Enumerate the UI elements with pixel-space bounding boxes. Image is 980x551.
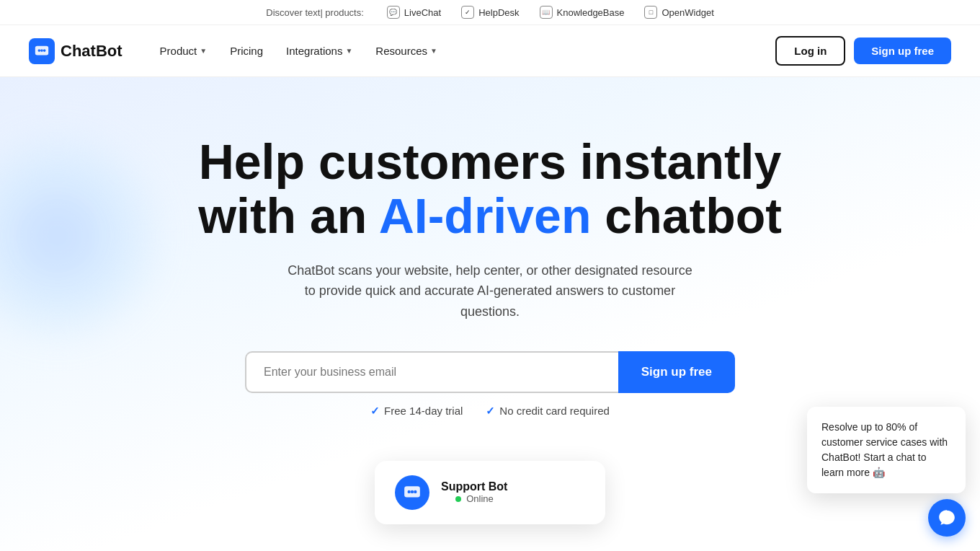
openwidget-icon: □	[644, 6, 657, 19]
chat-popup-message: Resolve up to 80% of customer service ca…	[821, 421, 948, 478]
svg-point-6	[411, 490, 414, 493]
hero-title: Help customers instantly with an AI-driv…	[180, 135, 800, 243]
nav-product-label: Product	[160, 45, 197, 57]
hero-check-no-cc: ✓ No credit card required	[486, 405, 610, 418]
svg-point-5	[408, 490, 411, 493]
hero-title-line2-suffix: chatbot	[591, 188, 781, 243]
svg-point-1	[38, 49, 41, 52]
chat-widget-button[interactable]	[928, 499, 966, 537]
support-bot-status-label: Online	[466, 493, 494, 504]
support-bot-info: Support Bot Online	[441, 480, 507, 504]
email-form: Sign up free	[245, 351, 735, 393]
openwidget-label: OpenWidget	[662, 7, 713, 18]
hero-subtitle: ChatBot scans your website, help center,…	[281, 260, 699, 322]
nav-resources-label: Resources	[375, 45, 427, 57]
svg-point-2	[40, 49, 43, 52]
topbar-knowledgebase[interactable]: 📖 KnowledgeBase	[540, 6, 625, 19]
status-dot-icon	[455, 496, 461, 502]
support-bot-card: Support Bot Online	[375, 461, 605, 524]
hero-check-trial: ✓ Free 14-day trial	[370, 405, 463, 418]
signup-hero-button[interactable]: Sign up free	[618, 351, 735, 393]
nav-links: Product ▼ Pricing Integrations ▼ Resourc…	[151, 39, 446, 63]
logo[interactable]: ChatBot	[29, 38, 122, 64]
knowledgebase-label: KnowledgeBase	[557, 7, 625, 18]
hero-check-no-cc-label: No credit card required	[499, 405, 610, 417]
top-bar-products: 💬 LiveChat ✓ HelpDesk 📖 KnowledgeBase □ …	[387, 6, 714, 19]
email-input[interactable]	[245, 351, 618, 393]
main-nav: ChatBot Product ▼ Pricing Integrations ▼…	[0, 25, 980, 77]
check-trial-icon: ✓	[370, 405, 380, 418]
svg-point-7	[414, 490, 416, 493]
discover-label: Discover text| products:	[266, 7, 364, 18]
signup-nav-button[interactable]: Sign up free	[854, 38, 951, 64]
integrations-chevron-icon: ▼	[345, 47, 352, 55]
nav-resources[interactable]: Resources ▼	[367, 39, 446, 63]
topbar-helpdesk[interactable]: ✓ HelpDesk	[461, 6, 519, 19]
logo-text: ChatBot	[61, 42, 122, 61]
nav-pricing[interactable]: Pricing	[221, 39, 272, 63]
hero-title-highlight: AI-driven	[379, 188, 592, 243]
hero-check-trial-label: Free 14-day trial	[384, 405, 463, 417]
knowledgebase-icon: 📖	[540, 6, 553, 19]
support-bot-name: Support Bot	[441, 480, 507, 493]
nav-integrations[interactable]: Integrations ▼	[277, 39, 361, 63]
chat-popup: Resolve up to 80% of customer service ca…	[807, 407, 966, 493]
nav-left: ChatBot Product ▼ Pricing Integrations ▼…	[29, 38, 446, 64]
helpdesk-label: HelpDesk	[478, 7, 519, 18]
logo-icon	[29, 38, 55, 64]
check-no-cc-icon: ✓	[486, 405, 495, 418]
product-chevron-icon: ▼	[200, 47, 207, 55]
nav-integrations-label: Integrations	[286, 45, 342, 57]
support-bot-avatar	[395, 475, 429, 510]
support-bot-status: Online	[441, 493, 507, 504]
livechat-label: LiveChat	[404, 7, 441, 18]
helpdesk-icon: ✓	[461, 6, 474, 19]
hero-title-line1: Help customers instantly	[199, 134, 782, 189]
nav-pricing-label: Pricing	[230, 45, 263, 57]
resources-chevron-icon: ▼	[430, 47, 437, 55]
hero-title-line2-prefix: with an	[198, 188, 379, 243]
topbar-livechat[interactable]: 💬 LiveChat	[387, 6, 441, 19]
login-button[interactable]: Log in	[775, 36, 845, 66]
topbar-openwidget[interactable]: □ OpenWidget	[644, 6, 713, 19]
svg-point-3	[43, 49, 46, 52]
nav-product[interactable]: Product ▼	[151, 39, 216, 63]
nav-right: Log in Sign up free	[775, 36, 951, 66]
livechat-icon: 💬	[387, 6, 400, 19]
top-bar: Discover text| products: 💬 LiveChat ✓ He…	[0, 0, 980, 25]
